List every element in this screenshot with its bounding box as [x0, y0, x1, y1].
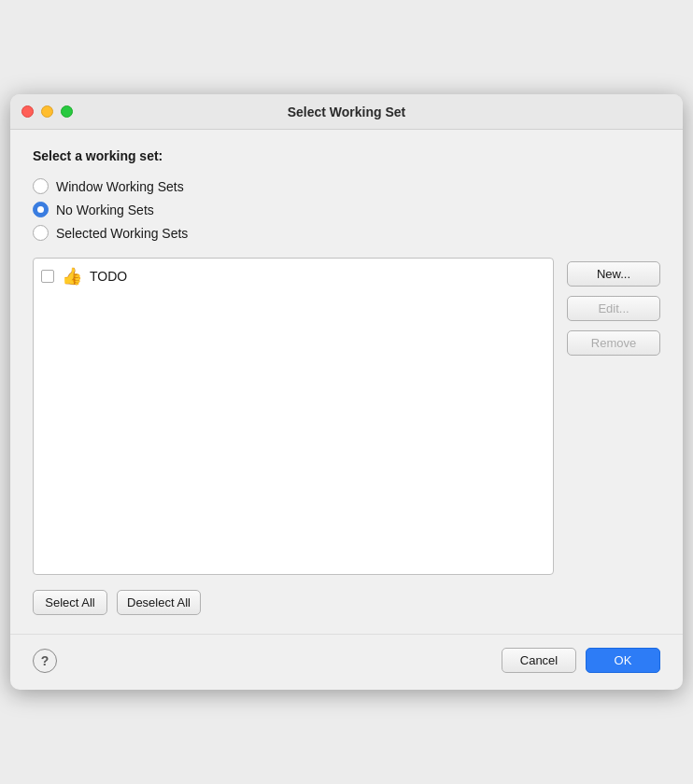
window-title: Select Working Set [288, 105, 406, 119]
deselect-all-button[interactable]: Deselect All [117, 590, 201, 615]
select-all-button[interactable]: Select All [33, 590, 107, 615]
cancel-button[interactable]: Cancel [502, 648, 576, 673]
content-area: Select a working set: Window Working Set… [10, 130, 683, 634]
side-buttons: New... Edit... Remove [567, 261, 660, 356]
ok-button[interactable]: OK [586, 648, 660, 673]
radio-input-selected[interactable] [33, 225, 49, 241]
list-item-icon-todo: 👍 [62, 266, 82, 287]
traffic-lights [21, 105, 73, 118]
minimize-button[interactable] [41, 105, 53, 118]
new-button[interactable]: New... [567, 261, 660, 287]
radio-label-window: Window Working Sets [56, 179, 184, 194]
list-item-todo[interactable]: 👍 TODO [34, 262, 553, 290]
radio-no-working-sets[interactable]: No Working Sets [33, 202, 660, 217]
dialog-window: Select Working Set Select a working set:… [10, 94, 683, 690]
working-set-list[interactable]: 👍 TODO [33, 258, 554, 575]
radio-input-window[interactable] [33, 178, 49, 194]
footer: ? Cancel OK [10, 634, 683, 690]
titlebar: Select Working Set [10, 94, 683, 130]
list-item-checkbox-todo[interactable] [41, 270, 54, 283]
maximize-button[interactable] [61, 105, 73, 118]
radio-label-selected: Selected Working Sets [56, 226, 188, 241]
help-icon[interactable]: ? [33, 649, 57, 673]
radio-label-none: No Working Sets [56, 203, 154, 217]
radio-input-none[interactable] [33, 202, 49, 217]
radio-window-working-sets[interactable]: Window Working Sets [33, 178, 660, 194]
radio-selected-working-sets[interactable]: Selected Working Sets [33, 225, 660, 241]
edit-button[interactable]: Edit... [567, 296, 660, 321]
close-button[interactable] [21, 105, 34, 118]
help-symbol: ? [41, 653, 50, 668]
section-label: Select a working set: [33, 148, 660, 163]
list-item-label-todo: TODO [90, 269, 127, 284]
radio-group: Window Working Sets No Working Sets Sele… [33, 178, 660, 241]
main-area: 👍 TODO New... Edit... Remove [33, 258, 660, 575]
remove-button[interactable]: Remove [567, 330, 660, 356]
bottom-buttons: Select All Deselect All [33, 590, 660, 615]
footer-right-buttons: Cancel OK [502, 648, 660, 673]
